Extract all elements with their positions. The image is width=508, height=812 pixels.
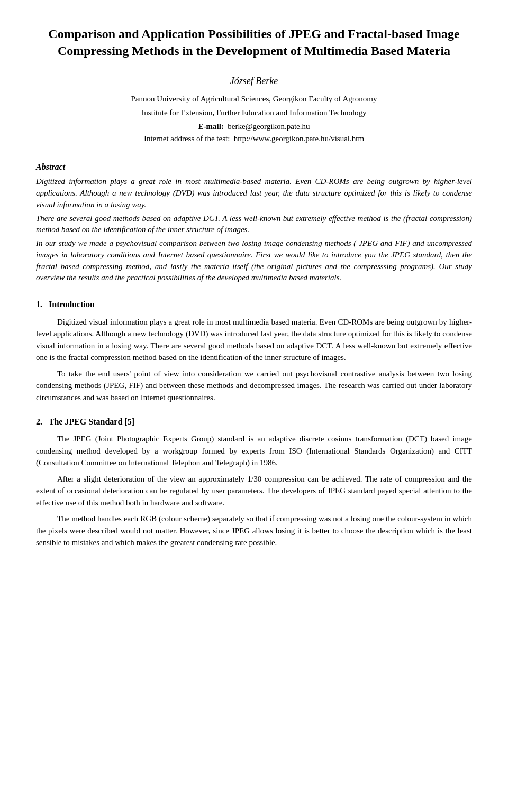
section-2-heading: The JPEG Standard [5]	[49, 417, 134, 426]
section-jpeg: 2. The JPEG Standard [5] The JPEG (Joint…	[36, 416, 472, 549]
section-2-title: 2. The JPEG Standard [5]	[36, 416, 472, 428]
main-title: Comparison and Application Possibilities…	[36, 25, 472, 60]
section-2-body: The JPEG (Joint Photographic Experts Gro…	[36, 433, 472, 549]
author-name: József Berke	[36, 75, 472, 88]
affiliation-line2: Institute for Extension, Further Educati…	[36, 107, 472, 119]
section-2-para-3: The method handles each RGB (colour sche…	[36, 513, 472, 549]
abstract-paragraph-3: In our study we made a psychovisual comp…	[36, 238, 472, 284]
abstract-section: Abstract Digitized information plays a g…	[36, 161, 472, 284]
section-introduction: 1. Introduction Digitized visual informa…	[36, 299, 472, 403]
internet-label: Internet address of the test:	[144, 134, 230, 143]
section-2-number: 2.	[36, 417, 42, 426]
section-1-number: 1.	[36, 300, 42, 309]
section-1-heading: Introduction	[49, 300, 95, 309]
section-1-para-2: To take the end users' point of view int…	[36, 368, 472, 404]
abstract-paragraph-1: Digitized information plays a great role…	[36, 176, 472, 210]
email-link[interactable]: berke@georgikon.pate.hu	[228, 122, 310, 131]
url-line: Internet address of the test: http://www…	[36, 133, 472, 144]
section-1-para-1: Digitized visual information plays a gre…	[36, 316, 472, 364]
abstract-paragraph-2: There are several good methods based on …	[36, 213, 472, 236]
abstract-title: Abstract	[36, 161, 472, 173]
abstract-body: Digitized information plays a great role…	[36, 176, 472, 284]
email-label: E-mail:	[198, 122, 224, 131]
email-line: E-mail: berke@georgikon.pate.hu	[36, 121, 472, 132]
url-link[interactable]: http://www.georgikon.pate.hu/visual.htm	[234, 134, 364, 143]
affiliation-line1: Pannon University of Agricultural Scienc…	[36, 93, 472, 105]
section-1-title: 1. Introduction	[36, 299, 472, 310]
section-2-para-1: The JPEG (Joint Photographic Experts Gro…	[36, 433, 472, 469]
section-1-body: Digitized visual information plays a gre…	[36, 316, 472, 404]
title-block: Comparison and Application Possibilities…	[36, 25, 472, 144]
page: Comparison and Application Possibilities…	[0, 0, 508, 812]
section-2-para-2: After a slight deterioration of the view…	[36, 473, 472, 509]
